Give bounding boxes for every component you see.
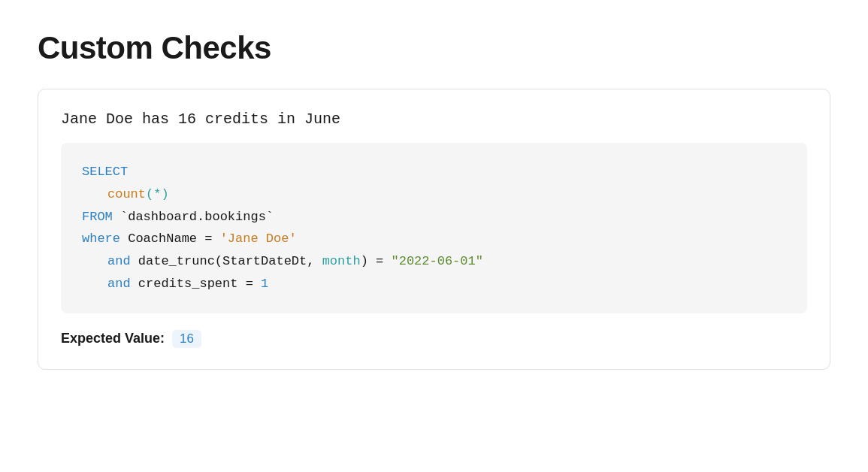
- sql-line-5: and date_trunc(StartDateDt, month) = "20…: [82, 250, 786, 273]
- table-name: [113, 210, 120, 224]
- page-title: Custom Checks: [38, 30, 830, 66]
- sql-block: SELECT count(*) FROM `dashboard.bookings…: [61, 143, 807, 313]
- date-val: "2022-06-01": [391, 254, 482, 268]
- where-keyword: where: [82, 231, 120, 246]
- expected-value: 16: [172, 330, 201, 348]
- where-val: 'Jane Doe': [220, 231, 297, 246]
- sql-line-4: where CoachName = 'Jane Doe': [82, 228, 786, 250]
- date-trunc-fn: date_trunc(StartDateDt,: [131, 254, 322, 268]
- sql-line-1: SELECT: [82, 161, 786, 183]
- sql-line-6: and credits_spent = 1: [82, 273, 786, 295]
- sql-line-2: count(*): [82, 183, 786, 206]
- sql-line-3: FROM `dashboard.bookings`: [82, 206, 786, 228]
- select-keyword: SELECT: [82, 165, 128, 179]
- credits-col: credits_spent =: [131, 277, 261, 291]
- expected-label: Expected Value:: [61, 331, 165, 346]
- check-card: Jane Doe has 16 credits in June SELECT c…: [38, 89, 830, 370]
- and-keyword-2: and: [107, 277, 131, 291]
- credits-val: 1: [261, 277, 268, 291]
- month-kw: month: [322, 254, 361, 268]
- count-function: count: [107, 187, 146, 201]
- count-arg: (*): [146, 187, 169, 201]
- where-cond: CoachName =: [120, 231, 220, 246]
- table-value: `dashboard.bookings`: [120, 210, 274, 224]
- check-description: Jane Doe has 16 credits in June: [61, 110, 807, 128]
- date-trunc-close: ) =: [361, 254, 392, 268]
- expected-row: Expected Value: 16: [61, 330, 807, 348]
- and-keyword-1: and: [107, 254, 131, 268]
- from-keyword: FROM: [82, 210, 113, 224]
